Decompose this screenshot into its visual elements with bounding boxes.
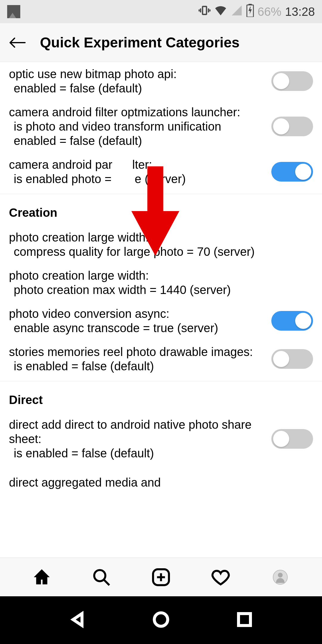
section-header-direct: Direct xyxy=(0,381,322,413)
clock: 13:28 xyxy=(285,5,315,18)
nav-recent[interactable] xyxy=(236,611,253,630)
setting-row[interactable]: photo creation large width: compress qua… xyxy=(0,225,322,264)
nav-home[interactable] xyxy=(152,611,170,630)
setting-row[interactable]: direct add direct to android native phot… xyxy=(0,413,322,465)
tab-search[interactable] xyxy=(91,567,112,588)
app-header: Quick Experiment Categories xyxy=(0,23,322,62)
image-notification-icon xyxy=(7,5,20,18)
svg-line-9 xyxy=(104,580,109,585)
tab-add-post[interactable] xyxy=(151,567,171,588)
svg-point-8 xyxy=(94,570,105,581)
settings-list[interactable]: optic use new bitmap photo api: enabled … xyxy=(0,62,322,558)
system-nav-bar xyxy=(0,596,322,644)
setting-row[interactable]: photo creation large width: photo creati… xyxy=(0,264,322,302)
toggle-switch[interactable] xyxy=(271,71,313,91)
vibrate-icon xyxy=(199,4,210,19)
setting-row[interactable]: stories memories reel photo drawable ima… xyxy=(0,340,322,378)
toggle-switch[interactable] xyxy=(271,311,313,331)
signal-icon xyxy=(231,4,243,19)
svg-point-13 xyxy=(154,613,168,626)
nav-back[interactable] xyxy=(69,611,86,630)
setting-label: camera android par lter: is enabled phot… xyxy=(9,157,271,186)
setting-label: photo video conversion async: enable asy… xyxy=(9,306,271,335)
wifi-icon xyxy=(214,4,227,20)
setting-row[interactable]: optic use new bitmap photo api: enabled … xyxy=(0,62,322,100)
svg-rect-14 xyxy=(239,614,250,626)
tab-home[interactable] xyxy=(31,567,52,588)
status-bar: 66% 13:28 xyxy=(0,0,322,23)
setting-label: photo creation large width: compress qua… xyxy=(9,230,313,259)
setting-label: optic use new bitmap photo api: enabled … xyxy=(9,67,271,95)
toggle-switch[interactable] xyxy=(271,117,313,136)
bottom-tab-bar xyxy=(0,558,322,596)
svg-rect-0 xyxy=(202,6,206,14)
setting-label: direct add direct to android native phot… xyxy=(9,417,271,460)
section-header-creation: Creation xyxy=(0,194,322,225)
svg-rect-6 xyxy=(248,4,252,5)
page-title: Quick Experiment Categories xyxy=(40,34,240,51)
setting-row[interactable]: camera android par lter: is enabled phot… xyxy=(0,153,322,191)
battery-charging-icon xyxy=(246,4,254,20)
toggle-switch[interactable] xyxy=(271,162,313,182)
tab-profile[interactable] xyxy=(270,567,291,588)
setting-row[interactable]: direct aggregated media and xyxy=(0,465,322,495)
setting-label: direct aggregated media and xyxy=(9,475,313,490)
battery-percent: 66% xyxy=(258,5,281,18)
tab-activity[interactable] xyxy=(210,567,231,588)
back-button[interactable] xyxy=(7,32,28,53)
setting-row[interactable]: photo video conversion async: enable asy… xyxy=(0,302,322,340)
toggle-switch[interactable] xyxy=(271,429,313,449)
setting-row[interactable]: camera android filter optmizations launc… xyxy=(0,100,322,153)
setting-label: photo creation large width: photo creati… xyxy=(9,268,313,297)
avatar-icon xyxy=(273,570,288,585)
setting-label: camera android filter optmizations launc… xyxy=(9,105,271,148)
toggle-switch[interactable] xyxy=(271,349,313,369)
setting-label: stories memories reel photo drawable ima… xyxy=(9,345,271,373)
